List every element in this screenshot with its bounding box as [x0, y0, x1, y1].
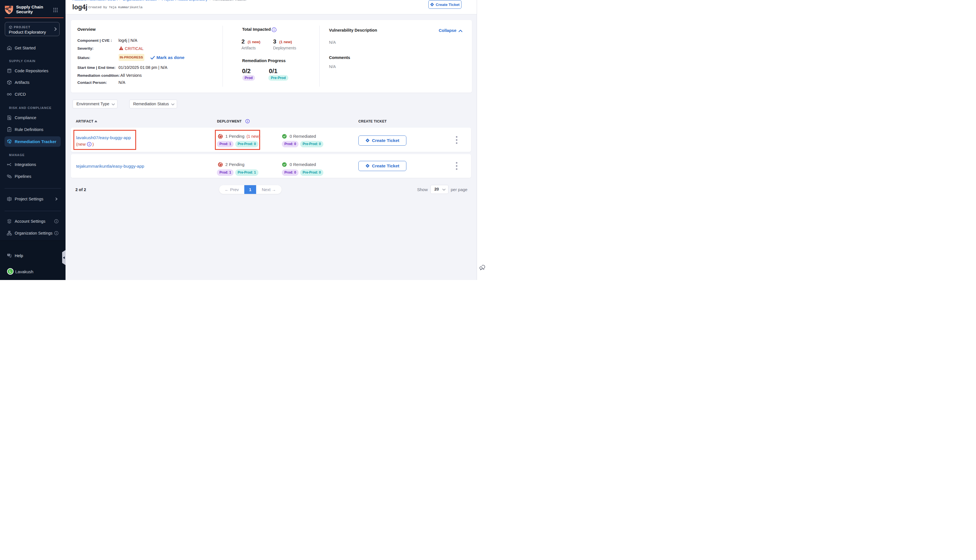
svg-text:?: ? [8, 253, 10, 256]
